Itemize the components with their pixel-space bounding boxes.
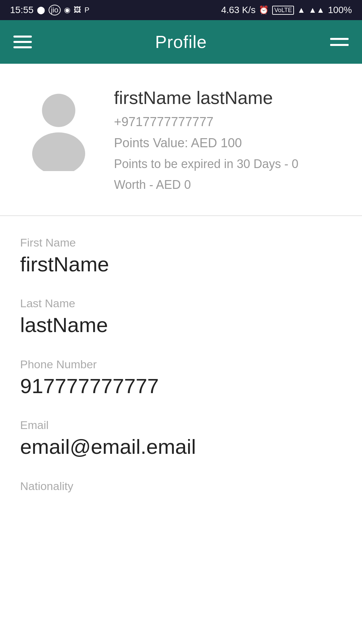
hamburger-line-3 (13, 46, 32, 48)
right-menu-button[interactable] (330, 38, 349, 46)
email-value: email@email.email (20, 434, 345, 459)
hamburger-line-2 (13, 41, 32, 43)
toolbar: Profile (0, 20, 362, 64)
alarm-icon: ⏰ (259, 5, 269, 15)
profile-points-expiry: Points to be expired in 30 Days - 0 (114, 157, 345, 171)
circle-icon: ◉ (64, 6, 70, 14)
profile-worth: Worth - AED 0 (114, 178, 345, 192)
section-divider (0, 215, 362, 216)
last-name-value: lastName (20, 313, 345, 337)
avatar (20, 84, 97, 171)
carrier-icon: ⬤ (37, 6, 45, 14)
hamburger-line-1 (13, 36, 32, 38)
profile-full-name: firstName lastName (114, 87, 345, 108)
svg-point-1 (32, 132, 85, 171)
profile-points-value: Points Value: AED 100 (114, 136, 345, 150)
nationality-label: Nationality (20, 480, 345, 493)
volte-badge: VoLTE (272, 6, 294, 15)
nationality-field: Nationality (20, 470, 345, 505)
paytm-icon: P (84, 6, 89, 14)
hamburger-menu-button[interactable] (13, 36, 32, 48)
image-icon: 🖼 (74, 6, 81, 14)
time-display: 15:55 (10, 5, 34, 15)
carrier-logo: jio (49, 5, 61, 15)
email-label: Email (20, 419, 345, 432)
last-name-label: Last Name (20, 297, 345, 310)
fields-section: First Name firstName Last Name lastName … (0, 219, 362, 526)
last-name-field: Last Name lastName (20, 287, 345, 347)
battery-indicator: 100% (328, 5, 352, 15)
email-field: Email email@email.email (20, 409, 345, 469)
svg-point-0 (42, 94, 75, 127)
network-speed: 4.63 K/s (221, 5, 256, 15)
profile-phone: +9717777777777 (114, 115, 345, 129)
profile-info: firstName lastName +9717777777777 Points… (114, 84, 345, 192)
menu-line-2 (330, 44, 349, 46)
wifi-icon: ▲ (297, 5, 305, 15)
phone-number-label: Phone Number (20, 358, 345, 371)
status-bar-right: 4.63 K/s ⏰ VoLTE ▲ ▲▲ 100% (221, 5, 352, 15)
avatar-container (20, 84, 97, 171)
phone-number-field: Phone Number 917777777777 (20, 348, 345, 409)
menu-line-1 (330, 38, 349, 40)
first-name-field: First Name firstName (20, 226, 345, 287)
profile-section: firstName lastName +9717777777777 Points… (0, 64, 362, 209)
first-name-label: First Name (20, 236, 345, 249)
page-title: Profile (155, 32, 207, 52)
first-name-value: firstName (20, 252, 345, 277)
status-bar-left: 15:55 ⬤ jio ◉ 🖼 P (10, 5, 89, 15)
status-bar: 15:55 ⬤ jio ◉ 🖼 P 4.63 K/s ⏰ VoLTE ▲ ▲▲ … (0, 0, 362, 20)
signal-icon: ▲▲ (309, 5, 325, 15)
phone-number-value: 917777777777 (20, 374, 345, 398)
